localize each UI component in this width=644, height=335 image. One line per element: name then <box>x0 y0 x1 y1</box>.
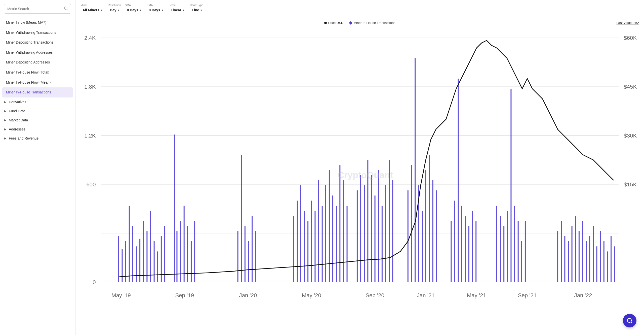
svg-text:Jan '20: Jan '20 <box>239 292 257 298</box>
svg-text:1.8K: 1.8K <box>84 84 96 90</box>
legend-transactions-diamond <box>349 21 352 24</box>
chevron-down-icon: ▼ <box>161 9 164 12</box>
chevron-right-icon: ▶ <box>4 109 6 113</box>
svg-text:2.4K: 2.4K <box>84 35 96 41</box>
chevron-right-icon: ▶ <box>4 127 6 131</box>
legend-price-usd: Price USD <box>324 21 344 25</box>
chart-toolbar: Miner All Miners ▼ Resolution Day ▼ SMA … <box>75 0 644 17</box>
chevron-down-icon: ▼ <box>182 9 185 12</box>
chart-type-selector-group: Chart Type Line ▼ <box>190 4 205 13</box>
svg-text:Jan '22: Jan '22 <box>574 292 592 298</box>
sidebar-item-miner-inflow[interactable]: Miner Inflow (Mean, MA7) <box>0 18 75 28</box>
legend-transactions: Miner In-House Transactions <box>349 21 395 25</box>
svg-text:Sep '20: Sep '20 <box>366 292 384 298</box>
chevron-down-icon: ▼ <box>139 9 142 12</box>
search-fab[interactable] <box>623 314 636 327</box>
svg-text:0: 0 <box>93 279 96 285</box>
sidebar-section-fees-and-revenue[interactable]: ▶ Fees and Revenue <box>0 134 75 143</box>
svg-text:$45K: $45K <box>624 84 637 90</box>
last-value-display: Last Value: 352 <box>617 21 639 25</box>
chevron-down-icon: ▼ <box>117 9 120 12</box>
chevron-right-icon: ▶ <box>4 118 6 122</box>
chart-container: Price USD Miner In-House Transactions La… <box>75 17 644 335</box>
svg-text:$30K: $30K <box>624 132 637 139</box>
chart-area: CryptoQuant 2.4K 1.8K 1.2K 600 0 $60K $4… <box>80 28 639 323</box>
search-icon <box>64 6 68 11</box>
svg-text:Sep '19: Sep '19 <box>175 292 194 298</box>
miner-selector-group: Miner All Miners ▼ <box>80 4 105 13</box>
legend-price-dot <box>324 22 327 24</box>
svg-text:May '19: May '19 <box>111 292 131 298</box>
sma-selector[interactable]: 0 Days ▼ <box>125 7 144 13</box>
svg-text:$15K: $15K <box>624 181 637 188</box>
svg-text:May '21: May '21 <box>467 292 486 298</box>
chart-type-selector[interactable]: Line ▼ <box>190 7 205 13</box>
sidebar-section-fund-data[interactable]: ▶ Fund Data <box>0 107 75 116</box>
miner-selector[interactable]: All Miners ▼ <box>80 7 105 13</box>
metric-search-input[interactable] <box>7 7 64 11</box>
sidebar-item-miner-withdrawing-addresses[interactable]: Miner Withdrawing Addresses <box>0 48 75 58</box>
svg-text:$60K: $60K <box>624 35 637 41</box>
scale-selector-group: Scale Linear ▼ <box>169 4 187 13</box>
scale-label: Scale <box>169 4 176 7</box>
chevron-right-icon: ▶ <box>4 137 6 140</box>
resolution-selector-group: Resolution Day ▼ <box>108 4 122 13</box>
resolution-selector[interactable]: Day ▼ <box>108 7 122 13</box>
sidebar-section-derivatives[interactable]: ▶ Derivatives <box>0 97 75 107</box>
svg-line-1 <box>67 9 67 10</box>
sidebar-item-miner-depositing-transactions[interactable]: Miner Depositing Transactions <box>0 38 75 48</box>
sidebar-item-miner-depositing-addresses[interactable]: Miner Depositing Addresses <box>0 57 75 68</box>
chevron-right-icon: ▶ <box>4 100 6 104</box>
ema-selector[interactable]: 0 Days ▼ <box>147 7 166 13</box>
sma-selector-group: SMA 0 Days ▼ <box>125 4 144 13</box>
miner-label: Miner <box>80 4 88 7</box>
sidebar-item-miner-withdrawing-transactions[interactable]: Miner Withdrawing Transactions <box>0 28 75 38</box>
resolution-label: Resolution <box>108 4 121 7</box>
sidebar: Miner Inflow (Mean, MA7) Miner Withdrawi… <box>0 0 75 335</box>
svg-text:600: 600 <box>87 181 96 188</box>
sidebar-item-miner-inhouse-flow-total[interactable]: Miner In-House Flow (Total) <box>0 68 75 78</box>
svg-text:May '20: May '20 <box>302 292 321 298</box>
chart-svg: 2.4K 1.8K 1.2K 600 0 $60K $45K $30K $15K… <box>80 28 639 323</box>
scale-selector[interactable]: Linear ▼ <box>169 7 187 13</box>
sidebar-item-miner-inhouse-flow-mean[interactable]: Miner In-House Flow (Mean) <box>0 78 75 88</box>
chevron-down-icon: ▼ <box>200 9 203 12</box>
ema-selector-group: EMA 0 Days ▼ <box>147 4 166 13</box>
main-content: Miner All Miners ▼ Resolution Day ▼ SMA … <box>75 0 644 335</box>
sma-label: SMA <box>125 4 131 7</box>
svg-point-123 <box>627 318 631 322</box>
metric-search-bar[interactable] <box>4 4 71 14</box>
chart-type-label: Chart Type <box>190 4 203 7</box>
svg-text:1.2K: 1.2K <box>84 132 96 139</box>
svg-point-0 <box>64 7 67 10</box>
chevron-down-icon: ▼ <box>100 9 103 12</box>
sidebar-item-miner-inhouse-transactions[interactable]: Miner In-House Transactions <box>2 87 73 97</box>
ema-label: EMA <box>147 4 153 7</box>
sidebar-section-market-data[interactable]: ▶ Market Data <box>0 116 75 125</box>
sidebar-section-addresses[interactable]: ▶ Addresses <box>0 125 75 134</box>
svg-text:Jan '21: Jan '21 <box>417 292 435 298</box>
chart-legend: Price USD Miner In-House Transactions La… <box>80 21 639 25</box>
svg-text:Sep '21: Sep '21 <box>518 292 537 298</box>
svg-line-124 <box>631 322 632 323</box>
